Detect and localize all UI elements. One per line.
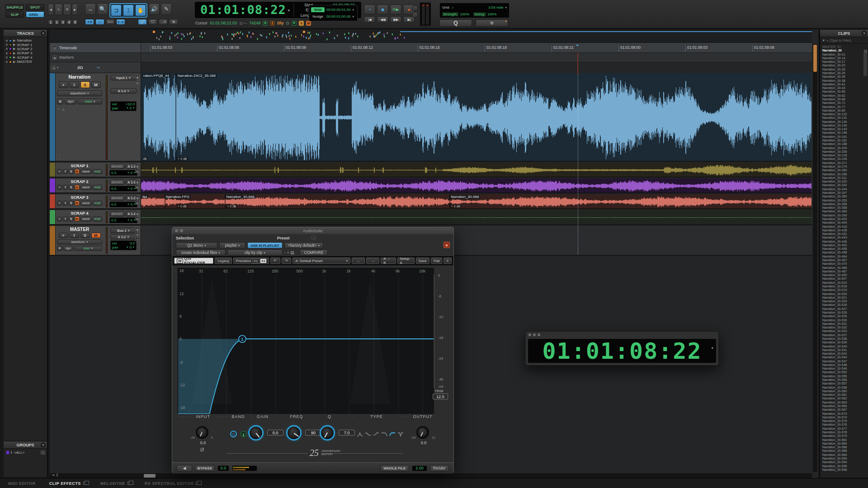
clip-list-item[interactable]: Narration_30-533 bbox=[822, 329, 863, 333]
audiosuite-titlebar[interactable]: AudioSuite bbox=[172, 227, 453, 234]
preview-button[interactable]: ◀ bbox=[177, 465, 192, 472]
timecode-display-window[interactable]: 01:01:08:22 ▾ bbox=[525, 331, 719, 366]
stop-button[interactable]: ■ bbox=[377, 5, 388, 14]
clip-list-item[interactable]: Narration_30-520 bbox=[822, 292, 863, 296]
tc-dropdown-icon[interactable]: ▾ bbox=[711, 346, 713, 350]
clip-list-item[interactable]: Narration_30-538 bbox=[822, 337, 863, 341]
scrap-input-button[interactable]: I bbox=[63, 169, 68, 174]
clip-name-label[interactable]: Narration_30-968 bbox=[449, 195, 480, 199]
scrap-record-button[interactable]: • bbox=[57, 201, 62, 206]
scrap-input-path[interactable]: BltnM1 bbox=[109, 179, 125, 185]
zoomer-tool-icon[interactable]: ↔ bbox=[85, 3, 96, 15]
clip-list-item[interactable]: Narration_30-01 bbox=[822, 53, 863, 56]
track-show-dot[interactable] bbox=[6, 61, 8, 63]
scrap-sends-icon[interactable]: ▤ bbox=[135, 201, 140, 205]
master-input-button[interactable]: I bbox=[70, 233, 79, 238]
clip-list-item[interactable]: Narration_30-566 bbox=[822, 404, 863, 408]
compare-button[interactable]: COMPARE bbox=[300, 249, 328, 256]
sidebar-track-item[interactable]: ▶SCRAP 1 bbox=[4, 42, 47, 47]
grabber-tool-icon[interactable]: ✋ bbox=[135, 5, 146, 16]
filter-funnel-icon[interactable]: ▼ bbox=[822, 38, 825, 42]
clip-list-item[interactable]: Narration_30-365 bbox=[822, 202, 863, 206]
track-show-dot[interactable] bbox=[6, 40, 8, 42]
clip-list-item[interactable]: Narration_30-549 bbox=[822, 367, 863, 371]
clip-list-item[interactable]: Narration_30-56 bbox=[822, 90, 863, 94]
clip-list-item[interactable]: Narration_30-590 bbox=[822, 457, 863, 460]
edit-vertical-scrollbar[interactable] bbox=[812, 43, 818, 473]
clip-list-item[interactable]: Narration_30-416 bbox=[822, 225, 863, 229]
scrap-solo-button[interactable]: S bbox=[69, 169, 74, 174]
clip-list-item[interactable]: Narration_30-44 bbox=[822, 86, 863, 90]
clip-list-item[interactable]: Narration_30-245 bbox=[822, 157, 863, 161]
scrap-volpan-box[interactable]: 0.0‣ 0 ‣ bbox=[109, 170, 137, 176]
clip-list-item[interactable]: Narration_30-400 bbox=[822, 217, 863, 221]
clip-name-label[interactable]: ration-FPQ6_44 bbox=[142, 74, 170, 78]
sidebar-track-item[interactable]: ▶SCRAP 2 bbox=[4, 47, 47, 51]
scrap-inserts-icon[interactable]: ▣ bbox=[135, 180, 140, 184]
narration-record-button[interactable]: ● bbox=[59, 81, 68, 88]
sidebar-track-item[interactable]: ▶MASTER bbox=[4, 60, 47, 64]
preset-inc-dec-icons[interactable]: - + ▤ bbox=[284, 250, 294, 255]
freq-value[interactable]: 90 bbox=[305, 430, 321, 436]
clip-list-item[interactable]: Narration_30-71 bbox=[822, 101, 863, 105]
clip-list-item[interactable]: Narration_30-80 bbox=[822, 109, 863, 113]
trim-value[interactable]: 12.0 bbox=[433, 394, 448, 399]
clip-list-item[interactable]: Narration_30-181 bbox=[822, 139, 863, 142]
scrap-color-strip[interactable] bbox=[50, 194, 56, 208]
scrap-track-name[interactable]: SCRAP 3 bbox=[57, 195, 102, 200]
clip-list-item[interactable]: Narration_30-526 bbox=[822, 303, 863, 307]
clip-list-item[interactable]: Narration_30-131 bbox=[822, 116, 863, 120]
clip-name-label[interactable]: Narration_30-966 bbox=[225, 195, 255, 199]
grid-value[interactable]: 00:00:00:01.00 bbox=[326, 8, 350, 12]
scrap-input-path[interactable]: BltnM2 bbox=[109, 164, 125, 169]
window-close-icon[interactable] bbox=[175, 229, 178, 232]
clips-filter-placeholder[interactable]: (Type to Filter) bbox=[829, 38, 851, 42]
clip-list-item[interactable]: Narration_30-200 bbox=[822, 146, 863, 150]
master-view-selector[interactable]: waveform bbox=[57, 239, 102, 244]
zoom-preset-2[interactable]: 2 bbox=[54, 19, 60, 25]
master-sends-icon[interactable]: ▤ bbox=[135, 232, 140, 236]
clips-panel-menu-icon[interactable]: ▾ bbox=[862, 31, 867, 36]
mode-grid-button[interactable]: GRID bbox=[26, 11, 44, 18]
clip-list-item[interactable]: Narration_30-452 bbox=[822, 244, 863, 247]
clip-list-item[interactable]: Narration_30-540 bbox=[822, 345, 863, 348]
render-button[interactable]: Render bbox=[430, 465, 449, 472]
narration-input-path[interactable]: Input 1 bbox=[110, 75, 137, 80]
playhead-marker-icon[interactable]: ⏷ bbox=[576, 43, 580, 48]
clip-list-item[interactable]: Narration_30-574 bbox=[822, 416, 863, 419]
narration-mute-button[interactable]: M bbox=[91, 81, 101, 88]
delay-compensation-label[interactable]: Dly bbox=[277, 21, 283, 25]
markers-ruler-label[interactable]: Markers bbox=[59, 55, 74, 60]
audio-zoom-button[interactable]: ∿ bbox=[55, 4, 62, 15]
filter-caret-icon[interactable]: ▾ bbox=[826, 39, 828, 42]
clip-list-item[interactable]: Narration_30-567 bbox=[822, 408, 863, 412]
clip-list-item[interactable]: Narration_30-552 bbox=[822, 371, 863, 374]
tab-melodyne[interactable]: MELODYNE bbox=[100, 481, 131, 486]
scrap-record-button[interactable]: • bbox=[57, 169, 62, 174]
clip-list-item[interactable]: Narration_30-404 bbox=[822, 221, 863, 225]
a-to-b-button[interactable]: A → B bbox=[381, 258, 396, 264]
mute-status-badge[interactable]: M bbox=[306, 21, 311, 26]
clip-gain-tag[interactable]: + 0 dB bbox=[177, 157, 188, 160]
clip-list-item[interactable]: Narration_30-320 bbox=[822, 180, 863, 183]
groups-panel-menu-icon[interactable]: ▾ bbox=[41, 442, 46, 447]
clip-list-item[interactable]: Narration_30-368 bbox=[822, 206, 863, 210]
target-button[interactable]: ◉ bbox=[443, 242, 450, 248]
clip-list-item[interactable]: Narration_30-586 bbox=[822, 446, 863, 449]
scrap-sends-icon[interactable]: ▤ bbox=[135, 185, 140, 189]
gain-value[interactable]: 0.0 bbox=[267, 430, 283, 436]
clip-list-item[interactable]: Narration_30-558 bbox=[822, 386, 863, 389]
clip-list-item[interactable]: Narration_30-486 bbox=[822, 266, 863, 270]
scrap-record-button[interactable]: • bbox=[57, 185, 62, 190]
clip-list-item[interactable]: Narration_30-68 bbox=[822, 98, 863, 101]
scrap-mute-button[interactable]: M bbox=[75, 216, 80, 221]
master-add-icon[interactable]: + bbox=[135, 237, 140, 241]
return-to-zero-button[interactable]: |◀ bbox=[364, 16, 375, 23]
preset-settings-icon[interactable]: ● bbox=[311, 235, 316, 240]
band-power-button[interactable]: ⏻ bbox=[230, 431, 237, 437]
master-mute-button[interactable]: M bbox=[91, 233, 101, 238]
swing-value[interactable]: 100% bbox=[487, 12, 496, 16]
clip-list-item[interactable]: Narration_30-347 bbox=[822, 191, 863, 195]
input-knob[interactable] bbox=[196, 426, 208, 439]
grid-note-value[interactable]: 1/16 note bbox=[488, 5, 503, 9]
